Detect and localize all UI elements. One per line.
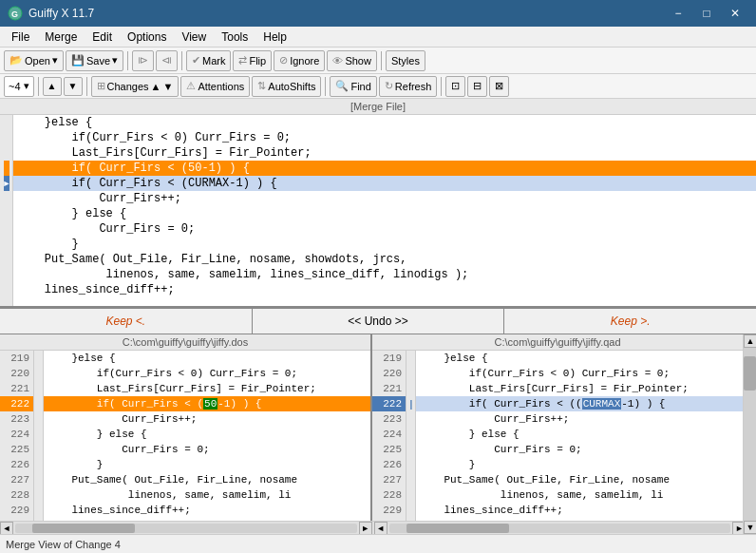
nav-up-button[interactable]: ▲ [43,77,62,96]
sep1 [127,51,128,70]
maximize-button[interactable]: □ [693,4,720,23]
keep-left-button[interactable]: Keep <. [0,309,253,334]
right-linenum-219: 219 [372,351,406,366]
copy-left-button[interactable]: ⧐ [132,50,154,71]
right-linenum-220: 220 [372,366,406,381]
show-button[interactable]: 👁 Show [327,50,377,71]
attentions-button[interactable]: ⚠ Attentions [180,76,250,97]
vscroll-track[interactable] [744,348,756,521]
merge-gutter-10 [0,252,13,267]
right-gutter-227 [406,472,416,487]
left-linenum-219: 219 [0,351,33,366]
sep3 [381,51,382,70]
merge-actions: Keep <. << Undo >> Keep >. [0,308,756,334]
copy-right-button[interactable]: ⧏ [156,50,178,71]
left-linenum-220: 220 [0,366,33,381]
menu-view[interactable]: View [174,29,214,46]
refresh-button[interactable]: ↻ Refresh [379,76,438,97]
title-bar-left: G Guiffy X 11.7 [8,6,94,21]
right-linenum-224: 224 [372,427,406,442]
menu-file[interactable]: File [4,29,37,46]
open-icon: 📂 [9,54,23,67]
right-code-221: Last_Firs[Curr_Firs] = Fir_Pointer; [416,381,743,396]
view3-button[interactable]: ⊠ [489,76,509,97]
left-code-220: if(Curr_Firs < 0) Curr_Firs = 0; [44,366,370,381]
right-linenum-223: 223 [372,411,406,427]
left-gutter [34,351,44,521]
menu-help[interactable]: Help [255,29,294,46]
vscroll-thumb [744,356,756,391]
merge-line-9: } [13,237,756,252]
merge-gutter-4 [4,161,9,176]
merge-line-5: if( Curr_Firs < (CURMAX-1) ) { [13,176,756,191]
merge-panel-content: ► }else { if(Curr_Firs < 0) [0,115,756,306]
left-linenum-222: 222 [0,396,33,411]
right-code-225: Curr_Firs = 0; [416,442,743,457]
left-scroll-track[interactable] [15,524,357,533]
open-button[interactable]: 📂 Open ▾ [4,50,64,71]
mark-button[interactable]: ✔ Mark [186,50,231,71]
right-panel-header: C:\com\guiffy\guiffy\jiffy.qad [372,334,743,351]
ignore-button[interactable]: ⊘ Ignore [274,50,325,71]
right-gutter-223 [406,411,416,427]
scroll-right-arrow-left[interactable]: ► [359,522,372,535]
autoshifts-button[interactable]: ⇅ AutoShifts [252,76,321,97]
nav-down-button[interactable]: ▼ [64,77,83,96]
styles-button[interactable]: Styles [386,50,425,71]
status-bar: Merge View of Change 4 [0,534,756,553]
merge-panel: [Merge File] ► [0,99,756,308]
undo-button[interactable]: << Undo >> [253,309,505,334]
autoshifts-icon: ⇅ [257,80,266,92]
merge-gutter-6 [0,191,13,206]
attentions-icon: ⚠ [186,80,196,92]
menu-tools[interactable]: Tools [214,29,255,46]
vscroll-up[interactable]: ▲ [744,334,756,348]
merge-gutter-8 [0,221,13,237]
left-code: }else { if(Curr_Firs < 0) Curr_Firs = 0;… [44,351,370,521]
left-code-221: Last_Firs[Curr_Firs] = Fir_Pointer; [44,381,370,396]
left-code-227: Put_Same( Out_File, Fir_Line, nosame [44,472,370,487]
zoom-dropdown[interactable]: ~4 ▾ [4,76,34,97]
flip-icon: ⇄ [238,54,247,67]
sep5 [86,77,87,96]
changes-icon: ⊞ [97,80,105,92]
vscroll-down[interactable]: ▼ [744,521,756,534]
flip-button[interactable]: ⇄ Flip [233,50,272,71]
find-icon: 🔍 [335,80,349,92]
left-panel-header: C:\com\guiffy\guiffy\jiffy.dos [0,334,370,351]
right-code-219: }else { [416,351,743,366]
changes-button[interactable]: ⊞ Changes ▲ ▼ [91,76,180,97]
scroll-left-arrow-right[interactable]: ◄ [374,522,387,535]
save-button[interactable]: 💾 Save ▾ [66,50,123,71]
menu-edit[interactable]: Edit [85,29,120,46]
merge-gutter-9 [0,237,13,252]
right-diff-content: 219 220 221 222 223 224 225 226 227 22 [372,351,743,521]
right-scroll-thumb [406,524,509,533]
sep4 [38,77,39,96]
merge-gutter-11 [0,267,13,282]
show-icon: 👁 [332,55,343,67]
right-gutter: | [406,351,416,521]
left-gutter-225 [34,442,44,457]
left-gutter-221 [34,381,44,396]
close-button[interactable]: ✕ [722,4,748,23]
merge-line-2: if(Curr_Firs < 0) Curr_Firs = 0; [13,130,756,145]
left-code-224: } else { [44,427,370,442]
main-content: [Merge File] ► [0,99,756,553]
menu-merge[interactable]: Merge [37,29,85,46]
app-icon: G [8,6,23,21]
keep-right-button[interactable]: Keep >. [504,309,756,334]
left-linenum-224: 224 [0,427,33,442]
view2-button[interactable]: ⊟ [467,76,487,97]
scroll-right-arrow[interactable]: ► [732,522,743,535]
minimize-button[interactable]: − [665,4,691,23]
find-button[interactable]: 🔍 Find [330,76,376,97]
scroll-left-arrow[interactable]: ◄ [0,522,13,535]
mark-icon: ✔ [192,54,200,67]
view1-button[interactable]: ⊡ [445,76,465,97]
left-diff-content: 219 220 221 222 223 224 225 226 227 22 [0,351,370,521]
changes-nav-up: ▲ [151,81,161,92]
menu-options[interactable]: Options [120,29,174,46]
right-scroll-track[interactable] [389,524,731,533]
view2-icon: ⊟ [473,80,482,92]
